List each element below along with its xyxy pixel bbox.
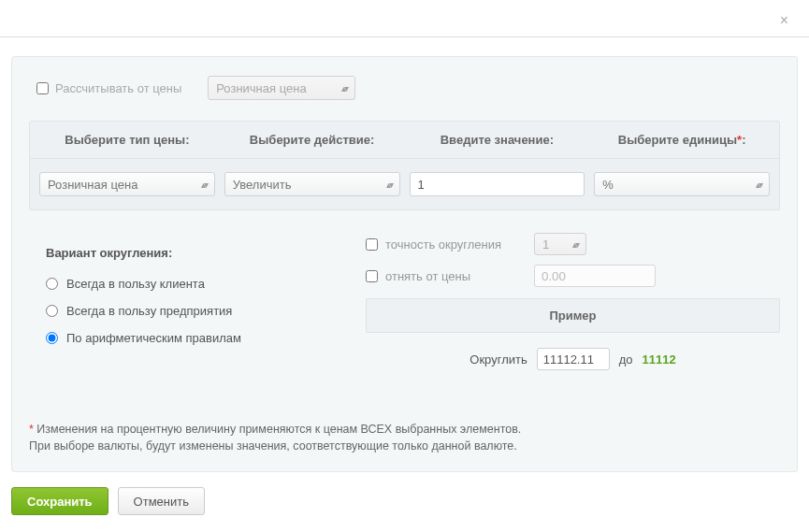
example-round-label: Округлить — [470, 352, 527, 367]
calc-from-price-text: Рассчитывать от цены — [55, 81, 181, 95]
grid-body: Розничная цена ▴▾ Увеличить ▴▾ % ▴▾ — [29, 159, 780, 210]
subtract-checkbox[interactable] — [366, 270, 378, 282]
col-header-price-type: Выберите тип цены: — [39, 133, 215, 147]
precision-checkbox[interactable] — [366, 238, 378, 251]
rounding-radio-company[interactable] — [46, 305, 58, 317]
precision-label[interactable]: точность округления — [366, 237, 534, 252]
value-input[interactable] — [410, 172, 585, 196]
price-type-value: Розничная цена — [48, 178, 137, 192]
example-to-label: до — [619, 352, 633, 367]
example-body: Округлить до 11112 — [366, 333, 780, 374]
example-input[interactable] — [537, 348, 610, 370]
subtract-input — [534, 265, 656, 287]
price-type-select[interactable]: Розничная цена ▴▾ — [39, 172, 215, 196]
calc-from-price-checkbox[interactable] — [36, 82, 49, 94]
chevron-updown-icon: ▴▾ — [386, 180, 392, 190]
col-header-action: Выберите действие: — [224, 133, 400, 147]
rounding-option-arith[interactable]: По арифметическим правилам — [46, 331, 347, 345]
rounding-title: Вариант округления: — [46, 246, 347, 260]
example-result: 11112 — [643, 352, 676, 367]
main-panel: Рассчитывать от цены Розничная цена ▴▾ В… — [11, 56, 798, 472]
calc-from-price-label[interactable]: Рассчитывать от цены — [36, 81, 181, 95]
example-header: Пример — [366, 298, 780, 333]
chevron-updown-icon: ▴▾ — [572, 239, 578, 250]
rounding-option-client[interactable]: Всегда в пользу клиента — [46, 277, 347, 291]
col-header-value: Введите значение: — [410, 133, 585, 147]
rounding-params: точность округления 1 ▴▾ отнять от цены … — [366, 233, 780, 374]
rounding-option-company[interactable]: Всегда в пользу предприятия — [46, 304, 347, 318]
rounding-radio-arith[interactable] — [46, 332, 58, 344]
action-value: Увеличить — [233, 178, 292, 192]
price-source-select: Розничная цена ▴▾ — [208, 76, 355, 100]
chevron-updown-icon: ▴▾ — [201, 180, 207, 190]
price-source-value: Розничная цена — [216, 81, 306, 95]
footnote: * Изменения на процентную величину приме… — [29, 421, 780, 454]
lower-area: Вариант округления: Всегда в пользу клие… — [29, 233, 780, 374]
rounding-options: Вариант округления: Всегда в пользу клие… — [29, 233, 347, 374]
cancel-button[interactable]: Отменить — [118, 487, 205, 515]
dialog-header: × — [0, 0, 809, 37]
chevron-updown-icon: ▴▾ — [756, 180, 761, 190]
dialog-footer: Сохранить Отменить — [11, 487, 798, 515]
close-icon[interactable]: × — [780, 13, 788, 28]
calc-from-price-row: Рассчитывать от цены Розничная цена ▴▾ — [29, 76, 780, 100]
chevron-updown-icon: ▴▾ — [341, 83, 347, 93]
action-select[interactable]: Увеличить ▴▾ — [224, 172, 400, 196]
subtract-label[interactable]: отнять от цены — [366, 269, 534, 283]
col-header-units: Выберите единицы*: — [594, 133, 770, 147]
subtract-row: отнять от цены — [366, 265, 780, 287]
save-button[interactable]: Сохранить — [11, 487, 108, 515]
precision-select: 1 ▴▾ — [534, 233, 586, 255]
rounding-radio-client[interactable] — [46, 278, 58, 290]
grid-header: Выберите тип цены: Выберите действие: Вв… — [29, 121, 780, 159]
precision-row: точность округления 1 ▴▾ — [366, 233, 780, 255]
units-value: % — [602, 178, 614, 192]
units-select[interactable]: % ▴▾ — [594, 172, 770, 196]
